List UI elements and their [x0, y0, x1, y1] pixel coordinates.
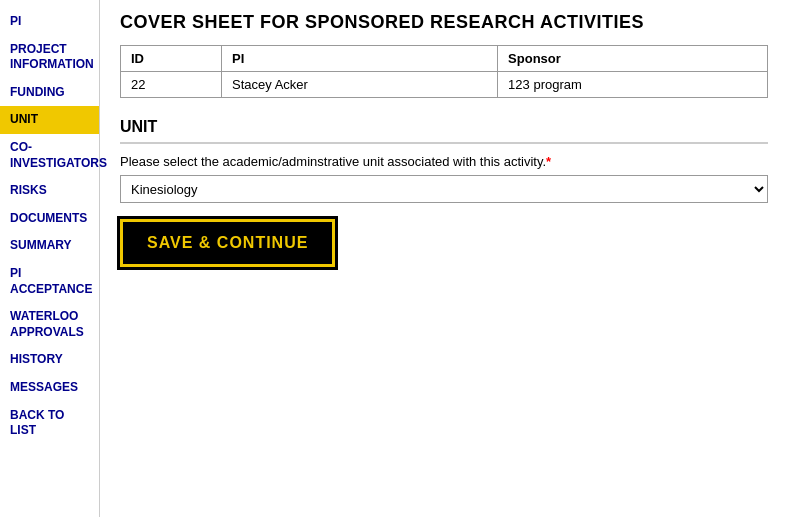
unit-select[interactable]: Kinesiology	[120, 175, 768, 203]
sidebar-item-risks[interactable]: RISKS	[0, 177, 99, 205]
sidebar-item-funding[interactable]: FUNDING	[0, 79, 99, 107]
col-header-id: ID	[121, 46, 222, 72]
cell-pi: Stacey Acker	[222, 72, 498, 98]
page-title: COVER SHEET FOR SPONSORED RESEARCH ACTIV…	[120, 12, 768, 33]
unit-form-label: Please select the academic/adminstrative…	[120, 154, 768, 169]
sidebar-item-back-to-list[interactable]: BACK TO LIST	[0, 402, 99, 445]
sidebar: PI PROJECT INFORMATION FUNDING UNIT CO-I…	[0, 0, 100, 517]
sidebar-item-messages[interactable]: MESSAGES	[0, 374, 99, 402]
cell-id: 22	[121, 72, 222, 98]
sidebar-item-pi[interactable]: PI	[0, 8, 99, 36]
required-marker: *	[546, 154, 551, 169]
sidebar-item-project-information[interactable]: PROJECT INFORMATION	[0, 36, 99, 79]
info-table: ID PI Sponsor 22 Stacey Acker 123 progra…	[120, 45, 768, 98]
unit-section-title: UNIT	[120, 118, 768, 144]
sidebar-item-pi-acceptance[interactable]: PI ACCEPTANCE	[0, 260, 99, 303]
sidebar-item-co-investigators[interactable]: CO-INVESTIGATORS	[0, 134, 99, 177]
col-header-sponsor: Sponsor	[498, 46, 768, 72]
main-content: COVER SHEET FOR SPONSORED RESEARCH ACTIV…	[100, 0, 788, 517]
table-row: 22 Stacey Acker 123 program	[121, 72, 768, 98]
sidebar-item-history[interactable]: HISTORY	[0, 346, 99, 374]
sidebar-item-unit[interactable]: UNIT	[0, 106, 99, 134]
save-continue-button[interactable]: SAVE & CONTINUE	[120, 219, 335, 267]
sidebar-item-documents[interactable]: DOCUMENTS	[0, 205, 99, 233]
sidebar-item-waterloo-approvals[interactable]: WATERLOO APPROVALS	[0, 303, 99, 346]
cell-sponsor: 123 program	[498, 72, 768, 98]
sidebar-item-summary[interactable]: SUMMARY	[0, 232, 99, 260]
col-header-pi: PI	[222, 46, 498, 72]
app-layout: PI PROJECT INFORMATION FUNDING UNIT CO-I…	[0, 0, 788, 517]
